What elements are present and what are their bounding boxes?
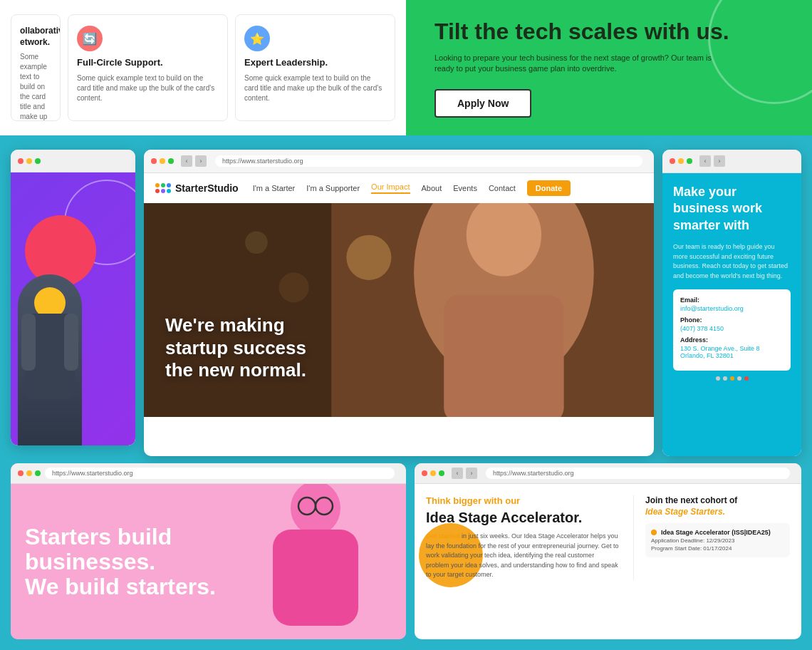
join-title-text: Join the next cohort of — [645, 495, 737, 505]
dot-2 — [723, 376, 727, 381]
cta-section: Tilt the tech scales with us. Looking to… — [406, 0, 812, 135]
dot-yellow-br — [430, 470, 436, 476]
back-button-right[interactable]: ‹ — [699, 155, 711, 167]
bottom-left-toolbar: https://www.starterstudio.org — [11, 463, 406, 484]
svg-rect-11 — [144, 203, 331, 417]
dot-red-br — [422, 470, 427, 476]
pink-content: Starters build businesses. We build star… — [11, 484, 406, 639]
hero-line1: We're making — [165, 314, 285, 336]
svg-rect-13 — [273, 530, 358, 626]
dot-green-br — [439, 470, 444, 476]
svg-rect-3 — [64, 314, 78, 371]
card-collaborative-partial: ollaborative etwork. Some example text t… — [11, 14, 61, 121]
idea-body-text: Get started in just six weeks. Our Idea … — [426, 532, 619, 580]
nav-contact[interactable]: Contact — [489, 184, 516, 192]
phone-value: (407) 378 4150 — [680, 325, 784, 332]
idea-area: Think bigger with our Idea Stage Acceler… — [426, 495, 619, 580]
dot-5 — [744, 376, 749, 381]
browser-center-toolbar: ‹ › https://www.starterstudio.org — [144, 150, 654, 173]
browser-left — [11, 150, 135, 445]
nav-impact[interactable]: Our Impact — [371, 182, 410, 194]
purple-background — [11, 172, 135, 445]
nav-about[interactable]: About — [422, 184, 442, 192]
dot-red-right — [670, 158, 675, 164]
program-start: Program Start Date: 01/17/2024 — [651, 545, 784, 552]
browser-left-toolbar — [11, 150, 135, 172]
browser-left-content — [11, 172, 135, 445]
dot-red — [18, 158, 24, 164]
browser-center-dots — [151, 158, 174, 164]
cohort-card: Idea Stage Accelerator (ISS|IDEA25) Appl… — [645, 523, 790, 557]
dot-green-bl — [35, 470, 41, 476]
back-button[interactable]: ‹ — [181, 155, 192, 167]
card-expert: ⭐ Expert Leadership. Some quick example … — [235, 14, 395, 121]
hero-text: We're making startup success the new nor… — [165, 314, 306, 381]
dot-4 — [737, 376, 741, 381]
nav-events[interactable]: Events — [453, 184, 477, 192]
svg-rect-2 — [21, 314, 36, 371]
partial-card-title: ollaborative etwork. — [20, 26, 51, 48]
back-btn-br[interactable]: ‹ — [452, 468, 463, 479]
middle-section: ‹ › https://www.starterstudio.org Starte… — [0, 135, 812, 463]
contact-info: Email: info@starterstudio.org Phone: (40… — [673, 289, 791, 371]
apply-now-button[interactable]: Apply Now — [434, 89, 531, 118]
carousel-dots — [673, 371, 791, 381]
right-browser-title: Make your business work smarter with — [673, 184, 791, 234]
browser-nav: ‹ › — [181, 155, 207, 167]
cta-title: Tilt the tech scales with us. — [434, 18, 784, 45]
dot-red-center — [151, 158, 157, 164]
hero-line2: startup success — [165, 337, 306, 358]
idea-title: Idea Stage Accelerator. — [426, 509, 619, 526]
browser-right: ‹ › Make your business work smarter with… — [662, 150, 801, 456]
card-full-circle-title: Full-Circle Support. — [77, 57, 219, 69]
join-highlight: Idea Stage Starters. — [645, 507, 725, 517]
dot-yellow — [26, 158, 32, 164]
donate-button[interactable]: Donate — [527, 180, 571, 196]
dot-green — [35, 158, 41, 164]
bottom-right-dots — [422, 470, 444, 476]
forward-btn-br[interactable]: › — [466, 468, 477, 479]
pink-person-area — [239, 498, 392, 626]
bottom-right-browser: ‹ › https://www.starterstudio.org Think … — [415, 463, 801, 639]
dot-green-right — [687, 158, 692, 164]
dot-red-bl — [18, 470, 24, 476]
email-value: info@starterstudio.org — [680, 305, 784, 312]
email-label: Email: — [680, 296, 784, 304]
address-label: Address: — [680, 336, 784, 344]
cta-subtitle: Looking to prepare your tech business fo… — [434, 53, 719, 75]
dot-3 — [730, 376, 734, 381]
logo-dot-1 — [155, 183, 160, 187]
nav-supporter[interactable]: I'm a Supporter — [306, 184, 360, 192]
pink-line3: We build starters. — [25, 574, 216, 599]
logo-dot-6 — [167, 189, 171, 193]
forward-button-right[interactable]: › — [714, 155, 725, 167]
join-section: Join the next cohort of Idea Stage Start… — [633, 495, 790, 580]
app-deadline: Application Deadline: 12/29/2023 — [651, 537, 784, 544]
browser-right-dots — [670, 158, 692, 164]
url-bar-br[interactable]: https://www.starterstudio.org — [486, 468, 790, 479]
url-bar-center[interactable]: https://www.starterstudio.org — [215, 155, 642, 167]
join-title: Join the next cohort of Idea Stage Start… — [645, 495, 790, 517]
logo-dots — [155, 183, 171, 193]
idea-text-block: Think bigger with our Idea Stage Acceler… — [426, 495, 619, 580]
card-expert-icon: ⭐ — [244, 26, 270, 51]
nav-starter[interactable]: I'm a Starter — [253, 184, 296, 192]
pink-line1: Starters build — [25, 524, 172, 550]
person-silhouette — [18, 274, 82, 445]
url-bar-bottom-left[interactable]: https://www.starterstudio.org — [45, 468, 395, 479]
logo-text: StarterStudio — [175, 182, 239, 194]
forward-button[interactable]: › — [195, 155, 207, 167]
right-browser-body: Our team is ready to help guide you more… — [673, 242, 791, 281]
starterstudio-navbar: StarterStudio I'm a Starter I'm a Suppor… — [144, 173, 654, 203]
dot-1 — [716, 376, 720, 381]
pink-text-area: Starters build businesses. We build star… — [25, 525, 224, 600]
dot-yellow-center — [160, 158, 165, 164]
logo-dot-5 — [161, 189, 165, 193]
cohort-card-header: Idea Stage Accelerator (ISS|IDEA25) — [651, 529, 784, 536]
hero-line3: the new normal. — [165, 359, 306, 381]
dot-yellow-right — [678, 158, 684, 164]
card-full-circle: 🔄 Full-Circle Support. Some quick exampl… — [68, 14, 228, 121]
bottom-right-toolbar: ‹ › https://www.starterstudio.org — [415, 463, 801, 484]
browser-center: ‹ › https://www.starterstudio.org Starte… — [144, 150, 654, 456]
card-full-circle-icon: 🔄 — [77, 26, 103, 51]
